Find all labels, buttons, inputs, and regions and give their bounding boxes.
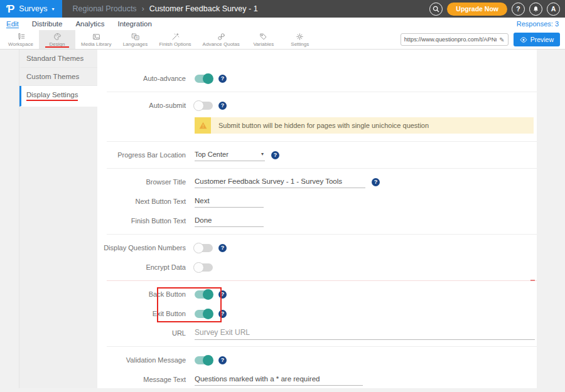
toolbar-item-variables[interactable]: Variables xyxy=(245,30,282,49)
toolbar-item-workspace[interactable]: Workspace xyxy=(3,30,39,49)
product-switcher[interactable]: Ƥ Surveys ▾ xyxy=(0,0,62,18)
setting-next-button-text: Next Button Text xyxy=(97,193,537,209)
display-settings-panel: Auto-advance ? Auto-submit ? Submit butt… xyxy=(97,50,537,388)
setting-back-button: Back Button ? xyxy=(97,286,537,302)
toolbar-item-settings[interactable]: Settings xyxy=(282,30,318,49)
breadcrumb-separator-icon: › xyxy=(142,4,144,13)
chevron-down-icon: ▾ xyxy=(261,151,264,157)
help-icon[interactable]: ? xyxy=(218,310,227,318)
toolbar-item-design[interactable]: Design xyxy=(39,30,75,49)
tab-integration[interactable]: Integration xyxy=(117,20,151,28)
edit-url-icon[interactable]: ✎ xyxy=(499,36,504,43)
toolbar-item-advance-quotas[interactable]: Advance Quotas xyxy=(197,30,245,49)
workspace-icon xyxy=(17,33,25,41)
setting-display-question-numbers: Display Question Numbers ? xyxy=(97,240,537,256)
topbar-actions: Upgrade Now ? A xyxy=(429,3,565,16)
toolbar-item-finish-options[interactable]: Finish Options xyxy=(153,30,196,49)
topbar: Ƥ Surveys ▾ Regional Products › Customer… xyxy=(0,0,565,18)
auto-advance-toggle[interactable] xyxy=(195,75,213,83)
search-button[interactable] xyxy=(429,3,443,16)
product-name: Surveys xyxy=(19,4,47,13)
progress-bar-location-select[interactable]: Top Center ▾ xyxy=(195,149,265,161)
validation-message-toggle[interactable] xyxy=(195,356,213,364)
survey-url-field[interactable]: ✎ xyxy=(401,33,508,46)
back-button-toggle[interactable] xyxy=(195,290,213,299)
advance-quotas-icon xyxy=(217,33,225,41)
survey-menubar: Edit Distribute Analytics Integration Re… xyxy=(0,18,565,30)
auto-submit-toggle[interactable] xyxy=(195,102,213,110)
help-icon[interactable]: ? xyxy=(372,178,380,186)
exit-button-toggle[interactable] xyxy=(195,310,213,318)
breadcrumb-survey-name: Customer Feedback Survey - 1 xyxy=(149,4,258,13)
setting-message-text: Message Text xyxy=(97,371,537,388)
breadcrumb: Regional Products › Customer Feedback Su… xyxy=(72,4,257,13)
survey-exit-url-input[interactable] xyxy=(195,327,535,340)
finish-button-text-input[interactable] xyxy=(195,215,264,227)
setting-progress-bar-location: Progress Bar Location Top Center ▾ ? xyxy=(97,147,537,163)
setting-exit-button: Exit Button ? xyxy=(97,305,537,322)
breadcrumb-folder[interactable]: Regional Products xyxy=(72,4,136,13)
back-exit-group: Back Button ? Exit Button ? xyxy=(97,286,537,322)
tab-analytics[interactable]: Analytics xyxy=(75,20,104,28)
preview-button[interactable]: Preview xyxy=(514,33,560,46)
design-toolbar: Workspace Design Media Library zA Langua… xyxy=(0,30,565,50)
setting-auto-advance: Auto-advance ? xyxy=(97,70,537,87)
warning-icon xyxy=(195,117,211,134)
toolbar-item-languages[interactable]: zA Languages xyxy=(117,30,153,49)
setting-finish-button-text: Finish Button Text xyxy=(97,213,537,229)
divider xyxy=(107,346,537,347)
divider xyxy=(107,168,537,169)
warning-text: Submit button will be hidden for pages w… xyxy=(211,117,436,134)
next-button-text-input[interactable] xyxy=(195,196,264,208)
help-menu-button[interactable]: ? xyxy=(512,3,525,16)
divider xyxy=(107,280,537,281)
tab-edit[interactable]: Edit xyxy=(6,20,19,28)
setting-auto-submit: Auto-submit ? xyxy=(97,97,537,114)
help-icon[interactable]: ? xyxy=(218,290,227,299)
design-sidebar: Standard Themes Custom Themes Display Se… xyxy=(19,50,97,388)
setting-validation-message: Validation Message ? xyxy=(97,352,537,368)
responses-count[interactable]: Responses: 3 xyxy=(517,20,559,28)
help-icon[interactable]: ? xyxy=(218,356,227,364)
encrypt-data-toggle[interactable] xyxy=(195,263,213,272)
settings-icon xyxy=(296,33,304,41)
sidebar-item-display-settings[interactable]: Display Settings xyxy=(19,86,97,107)
annotation-red-tick xyxy=(530,280,535,281)
setting-browser-title: Browser Title ? xyxy=(97,174,537,190)
svg-text:A: A xyxy=(136,36,137,39)
annotation-underline-design xyxy=(45,46,69,48)
finish-options-icon xyxy=(171,33,180,41)
toolbar-item-media-library[interactable]: Media Library xyxy=(75,30,117,49)
browser-title-input[interactable] xyxy=(195,176,365,188)
help-icon[interactable]: ? xyxy=(218,102,227,110)
questionpro-logo-icon: Ƥ xyxy=(6,4,14,14)
tab-distribute[interactable]: Distribute xyxy=(32,20,63,28)
eye-icon xyxy=(520,37,527,43)
media-library-icon xyxy=(92,33,100,41)
page-body: Standard Themes Custom Themes Display Se… xyxy=(0,50,565,391)
account-avatar[interactable]: A xyxy=(547,3,560,16)
design-icon xyxy=(53,33,62,41)
divider xyxy=(107,234,537,235)
help-icon[interactable]: ? xyxy=(271,151,279,159)
divider xyxy=(107,92,537,92)
help-icon[interactable]: ? xyxy=(218,244,227,252)
search-icon xyxy=(433,6,439,13)
setting-encrypt-data: Encrypt Data xyxy=(97,259,537,275)
warning-banner: Submit button will be hidden for pages w… xyxy=(195,117,534,134)
divider xyxy=(107,141,537,142)
notifications-button[interactable] xyxy=(529,3,542,16)
sidebar-item-custom-themes[interactable]: Custom Themes xyxy=(19,68,97,86)
message-text-input[interactable] xyxy=(195,374,363,386)
setting-exit-url: URL xyxy=(97,325,537,341)
sidebar-item-standard-themes[interactable]: Standard Themes xyxy=(19,50,97,68)
bell-icon xyxy=(532,6,539,13)
upgrade-now-button[interactable]: Upgrade Now xyxy=(447,3,507,16)
variables-icon xyxy=(259,33,267,41)
help-icon[interactable]: ? xyxy=(218,75,227,83)
display-question-numbers-toggle[interactable] xyxy=(195,244,213,252)
languages-icon: zA xyxy=(131,33,139,41)
chevron-down-icon: ▾ xyxy=(51,6,54,12)
survey-url-input[interactable] xyxy=(404,36,497,43)
